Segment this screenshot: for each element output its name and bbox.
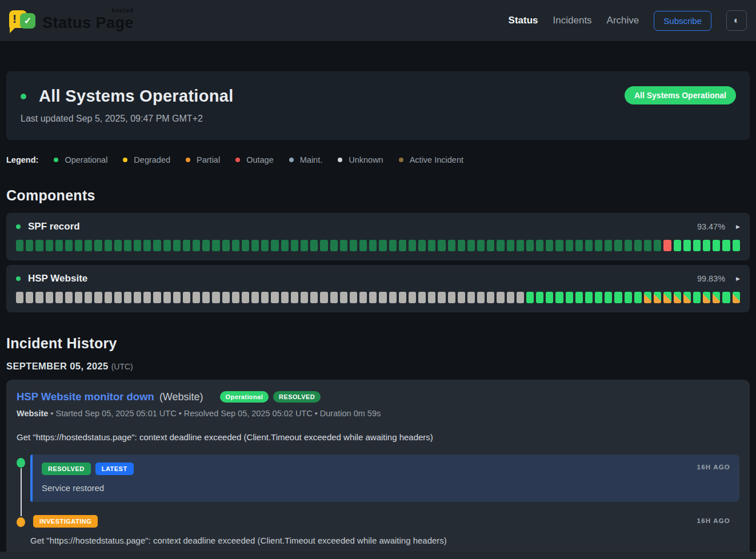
uptime-bar-opd [359,240,367,251]
uptime-bar-nd [163,292,171,303]
uptime-bar-nd [359,292,367,303]
uptime-bar-opd [438,240,445,251]
uptime-bar-opd [526,240,534,251]
uptime-bar-nd [202,292,210,303]
uptime-bar-opd [291,240,298,251]
uptime-bar-nd [389,292,397,303]
legend-dot-icon [186,158,190,162]
uptime-bar-opd [575,240,583,251]
legend-item: Unknown [338,155,383,164]
brand-title: hosted Status Page [42,10,134,32]
uptime-bar-opd [546,240,553,251]
component-uptime-percent: 93.47% [697,222,725,231]
overall-status-card: All Systems Operational Last updated Sep… [6,71,750,140]
legend-item: Operational [54,155,107,164]
overall-status-title: All Systems Operational [39,87,234,106]
uptime-bar-opd [16,240,23,251]
uptime-bar-op [634,292,642,303]
uptime-bar-opd [55,240,63,251]
uptime-bar-nd [261,292,269,303]
uptime-bar-opd [26,240,33,251]
nav-item-incidents[interactable]: Incidents [553,15,592,26]
contrast-icon: ◐ [734,15,739,26]
uptime-bar-nd [310,292,318,303]
uptime-bar-op [555,292,563,303]
incident-meta: Website • Started Sep 05, 2025 05:01 UTC… [17,409,739,418]
uptime-bar-deg [713,292,720,303]
uptime-bar-deg [703,292,710,303]
legend: Legend: OperationalDegradedPartialOutage… [6,155,750,164]
update-timestamp: 16H AGO [697,517,730,524]
components-list: SPF record 93.47% ▶ HSP Website 99.83% ▶ [0,213,756,312]
main-nav: StatusIncidentsArchiveSubscribe ◐ [509,10,747,31]
component-status-dot [16,224,21,229]
uptime-bar-opd [477,240,485,251]
uptime-bar-nd [222,292,230,303]
uptime-bars [16,240,740,251]
uptime-bar-op [585,292,593,303]
incident-card: HSP Website monitor down (Website) Opera… [6,380,750,557]
uptime-bar-opd [536,240,543,251]
uptime-bar-nd [350,292,357,303]
incident-timeline: RESOLVEDLATEST 16H AGO Service restored … [17,455,739,545]
uptime-bar-nd [193,292,200,303]
legend-item: Outage [235,155,274,164]
uptime-bar-nd [173,292,181,303]
uptime-bar-nd [517,292,524,303]
uptime-bar-nd [487,292,494,303]
expand-arrow-icon[interactable]: ▶ [736,276,740,281]
brand: ! ✓ hosted Status Page [9,8,134,33]
uptime-bar-op [614,292,622,303]
subscribe-button[interactable]: Subscribe [654,11,711,31]
component-header[interactable]: SPF record 93.47% ▶ [16,221,740,232]
legend-dot-icon [338,158,342,162]
uptime-bar-nd [340,292,347,303]
uptime-bar-nd [301,292,308,303]
uptime-bar-opd [134,240,141,251]
incident-update: RESOLVEDLATEST 16H AGO Service restored [30,455,739,502]
uptime-bar-nd [291,292,298,303]
uptime-bar-opd [566,240,573,251]
legend-dot-icon [235,158,240,162]
uptime-bar-opd [409,240,416,251]
uptime-bar-nd [212,292,219,303]
uptime-bar-opd [65,240,73,251]
uptime-bar-nd [26,292,33,303]
uptime-bar-nd [35,292,43,303]
component-header[interactable]: HSP Website 99.83% ▶ [16,273,740,284]
uptime-bar-opd [105,240,112,251]
component-status-dot [16,276,21,281]
uptime-bar-opd [595,240,602,251]
expand-arrow-icon[interactable]: ▶ [736,224,740,230]
uptime-bar-nd [65,292,73,303]
nav-item-status[interactable]: Status [509,15,538,26]
uptime-bar-op [713,240,720,251]
incident-description: Get "https://hostedstatus.page": context… [17,432,739,442]
legend-item: Partial [186,155,220,164]
uptime-bar-opd [497,240,504,251]
uptime-bar-nd [409,292,416,303]
exclamation-icon: ! [13,12,17,26]
nav-item-archive[interactable]: Archive [607,15,639,26]
legend-dot-icon [289,158,294,162]
last-updated-text: Last updated Sep 5, 2025, 09:47 PM GMT+2 [21,114,735,124]
uptime-bar-opd [301,240,308,251]
uptime-bar-op [566,292,573,303]
uptime-bar-op [722,292,730,303]
uptime-bar-nd [134,292,141,303]
brand-logo-icon: ! ✓ [9,8,35,33]
uptime-bar-opd [320,240,327,251]
uptime-bar-opd [202,240,210,251]
uptime-bar-opd [614,240,622,251]
uptime-bar-nd [75,292,82,303]
uptime-bar-opd [261,240,269,251]
incident-component-name: (Website) [159,391,203,403]
incident-title-link[interactable]: HSP Website monitor down [17,391,154,403]
uptime-bar-opd [124,240,131,251]
incident-update: INVESTIGATING 16H AGO Get "https://hoste… [30,514,739,545]
header: ! ✓ hosted Status Page StatusIncidentsAr… [0,0,756,41]
uptime-bar-opd [625,240,632,251]
uptime-bar-opd [212,240,219,251]
theme-toggle-button[interactable]: ◐ [726,10,747,31]
uptime-bar-opd [458,240,465,251]
